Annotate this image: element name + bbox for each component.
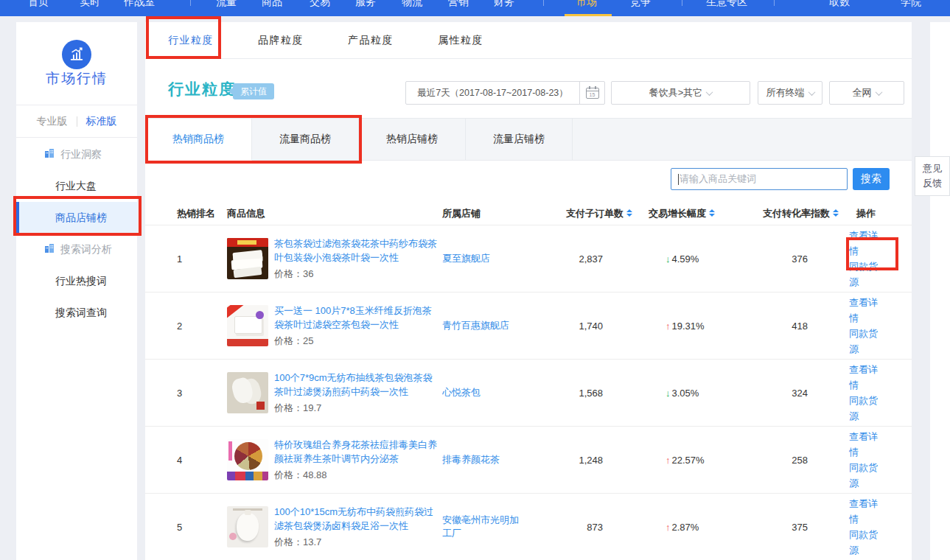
- nav-item-trade[interactable]: 交易: [310, 0, 330, 10]
- product-title-link[interactable]: 100个10*15cm无纺布中药袋煎药袋过滤茶包袋煲汤卤料袋足浴一次性: [274, 505, 441, 533]
- growth-value: 2.87%: [672, 522, 699, 533]
- nav-item-home[interactable]: 首页: [28, 0, 49, 10]
- shop-link[interactable]: 安徽亳州市光明加工厂: [442, 514, 531, 540]
- product-image[interactable]: [227, 439, 268, 480]
- growth-cell: ↑19.31%: [603, 321, 739, 332]
- product-info-cell: 100个7*9cm无纺布抽线茶包袋泡茶袋茶叶过滤煲汤煎药中药袋一次性 价格：19…: [227, 371, 442, 415]
- col-action-header: 操作: [839, 207, 880, 220]
- action-cell: 查看详情 同款货源: [808, 429, 880, 491]
- product-image[interactable]: [227, 372, 268, 413]
- product-title-link[interactable]: 特价玫瑰组合养身花茶祛痘排毒美白养颜祛斑养生茶叶调节内分泌茶: [274, 438, 441, 466]
- sidebar-item-product-shop-rank[interactable]: 商品店铺榜: [16, 202, 137, 234]
- building-icon: [44, 148, 55, 161]
- nav-item-market[interactable]: 市场: [576, 0, 597, 10]
- sort-icon[interactable]: [833, 209, 839, 217]
- nav-item-data[interactable]: 取数: [829, 0, 850, 10]
- nav-item-product[interactable]: 商品: [262, 0, 282, 10]
- shop-link[interactable]: 青竹百惠旗舰店: [442, 319, 531, 332]
- view-detail-link[interactable]: 查看详情: [849, 362, 880, 393]
- tab-product-granularity[interactable]: 产品粒度: [348, 22, 394, 58]
- nav-item-traffic[interactable]: 流量: [216, 0, 237, 10]
- nav-item-academy[interactable]: 学院: [901, 0, 921, 10]
- subtab-traffic-product-rank[interactable]: 流量商品榜: [252, 119, 359, 161]
- same-supply-link[interactable]: 同款货源: [849, 393, 880, 424]
- granularity-tabs: 行业粒度 品牌粒度 产品粒度 属性粒度: [145, 22, 912, 59]
- col-orders-header: 支付子订单数: [531, 207, 632, 220]
- version-tab-standard[interactable]: 标准版: [86, 115, 117, 128]
- nav-divider: [190, 0, 191, 6]
- view-detail-link[interactable]: 查看详情: [849, 228, 880, 259]
- shop-link[interactable]: 夏至旗舰店: [442, 252, 531, 265]
- view-detail-link[interactable]: 查看详情: [849, 295, 880, 326]
- category-dropdown[interactable]: 餐饮具>其它: [611, 81, 750, 105]
- tab-attribute-granularity[interactable]: 属性粒度: [438, 22, 483, 58]
- search-input[interactable]: 请输入商品关键词: [671, 168, 848, 190]
- network-value: 全网: [853, 86, 872, 99]
- same-supply-link[interactable]: 同款货源: [849, 527, 880, 558]
- nav-item-realtime[interactable]: 实时: [80, 0, 100, 10]
- conversion-index-value: 258: [739, 455, 808, 466]
- network-dropdown[interactable]: 全网: [829, 81, 904, 105]
- shop-link[interactable]: 排毒养颜花茶: [442, 453, 531, 466]
- conversion-index-value: 375: [739, 522, 808, 533]
- view-detail-link[interactable]: 查看详情: [849, 496, 880, 527]
- feedback-button[interactable]: 意见反馈: [915, 156, 950, 196]
- product-image[interactable]: [227, 305, 268, 346]
- product-image[interactable]: [227, 506, 268, 547]
- calendar-icon: 15: [579, 82, 604, 104]
- nav-item-biz-zone[interactable]: 生意专区: [706, 0, 747, 10]
- nav-item-warroom[interactable]: 作战室: [124, 0, 155, 10]
- sidebar-group-search-analysis[interactable]: 搜索词分析: [16, 234, 137, 265]
- subtab-hot-shop-rank[interactable]: 热销店铺榜: [359, 119, 466, 161]
- growth-value: 19.31%: [672, 321, 705, 332]
- rank-value: 2: [177, 321, 227, 332]
- growth-arrow-icon: ↓: [666, 253, 671, 265]
- search-button[interactable]: 搜索: [853, 168, 890, 190]
- product-price: 价格：25: [274, 335, 441, 348]
- growth-cell: ↑22.57%: [603, 455, 739, 466]
- sort-icon[interactable]: [709, 209, 715, 217]
- version-switch: 专业版 标准版: [16, 105, 137, 138]
- product-title-link[interactable]: 茶包茶袋过滤泡茶袋花茶中药纱布袋茶叶包装袋小泡袋茶叶袋一次性: [274, 237, 441, 265]
- version-tab-pro[interactable]: 专业版: [37, 115, 68, 128]
- nav-item-marketing[interactable]: 营销: [448, 0, 469, 10]
- product-image[interactable]: [227, 238, 268, 279]
- same-supply-link[interactable]: 同款货源: [849, 259, 880, 290]
- same-supply-link[interactable]: 同款货源: [849, 460, 880, 491]
- category-value: 餐饮具>其它: [649, 86, 703, 99]
- date-range-picker[interactable]: 最近7天（2017-08-17~2017-08-23） 15: [405, 81, 605, 105]
- rank-value: 1: [177, 253, 227, 265]
- table-row: 4 特价玫瑰组合养身花茶祛痘排毒美白养颜祛斑养生茶叶调节内分泌茶 价格：48.8…: [145, 426, 912, 493]
- product-title-link[interactable]: 100个7*9cm无纺布抽线茶包袋泡茶袋茶叶过滤煲汤煎药中药袋一次性: [274, 371, 441, 399]
- tab-industry-granularity[interactable]: 行业粒度: [168, 22, 214, 58]
- page-header: 行业粒度 累计值 最近7天（2017-08-17~2017-08-23） 15 …: [145, 59, 912, 118]
- nav-item-logistics[interactable]: 物流: [402, 0, 422, 10]
- conversion-index-value: 418: [739, 321, 808, 332]
- table-row: 3 100个7*9cm无纺布抽线茶包袋泡茶袋茶叶过滤煲汤煎药中药袋一次性 价格：…: [145, 359, 912, 426]
- sidebar-item-search-word-query[interactable]: 搜索词查询: [16, 297, 137, 329]
- product-title-link[interactable]: 买一送一 100片7*8玉米纤维反折泡茶袋茶叶过滤袋空茶包袋一次性: [274, 304, 441, 332]
- subtab-traffic-shop-rank[interactable]: 流量店铺榜: [466, 119, 573, 161]
- same-supply-link[interactable]: 同款货源: [849, 326, 880, 357]
- terminal-dropdown[interactable]: 所有终端: [758, 81, 822, 105]
- action-cell: 查看详情 同款货源: [808, 362, 880, 424]
- subtab-filler: [573, 119, 912, 161]
- sidebar-item-hot-search-words[interactable]: 行业热搜词: [16, 265, 137, 297]
- view-detail-link[interactable]: 查看详情: [849, 429, 880, 460]
- tab-brand-granularity[interactable]: 品牌粒度: [258, 22, 304, 58]
- sort-icon[interactable]: [626, 209, 632, 217]
- product-text: 100个7*9cm无纺布抽线茶包袋泡茶袋茶叶过滤煲汤煎药中药袋一次性 价格：19…: [274, 371, 441, 415]
- app-logo: [62, 40, 91, 69]
- shop-link[interactable]: 心悦茶包: [442, 386, 531, 399]
- product-info-cell: 特价玫瑰组合养身花茶祛痘排毒美白养颜祛斑养生茶叶调节内分泌茶 价格：48.88: [227, 438, 442, 482]
- sidebar-group-industry-insight[interactable]: 行业洞察: [16, 139, 137, 170]
- growth-value: 22.57%: [672, 455, 705, 466]
- nav-item-compete[interactable]: 竞争: [630, 0, 651, 10]
- chevron-down-icon: [808, 88, 815, 96]
- subtab-hot-product-rank[interactable]: 热销商品榜: [145, 119, 252, 161]
- sidebar-menu: 行业洞察 行业大盘 商品店铺榜 搜索词分析 行业热搜词 搜索词查询: [16, 139, 137, 329]
- nav-item-service[interactable]: 服务: [355, 0, 376, 10]
- sidebar-item-industry-overview[interactable]: 行业大盘: [16, 170, 137, 202]
- nav-item-finance[interactable]: 财务: [494, 0, 514, 10]
- nav-divider: [682, 0, 682, 6]
